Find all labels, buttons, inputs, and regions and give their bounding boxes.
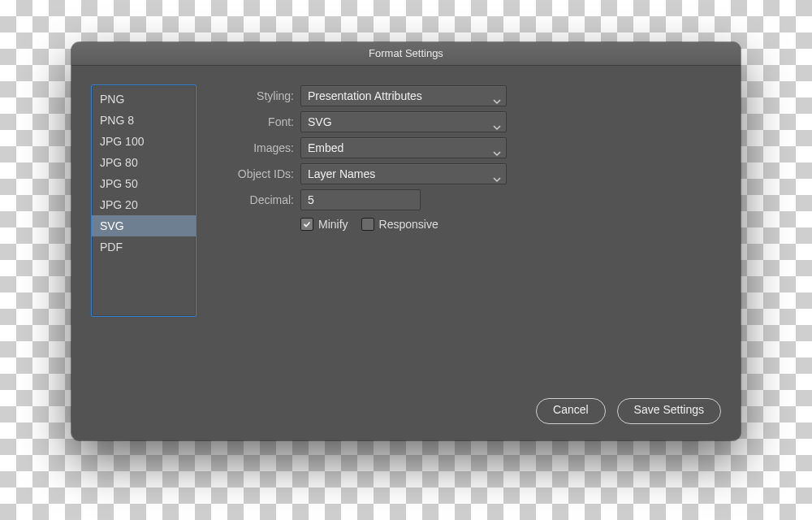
checkbox-responsive[interactable]: Responsive <box>361 218 438 231</box>
row-font: Font: SVG <box>216 109 721 135</box>
select-font[interactable]: SVG <box>300 111 507 132</box>
format-item-png-8[interactable]: PNG 8 <box>92 110 196 131</box>
chevron-down-icon <box>493 144 501 152</box>
check-icon <box>303 220 311 228</box>
label-font: Font: <box>216 115 300 128</box>
select-font-value: SVG <box>308 115 332 128</box>
format-item-png[interactable]: PNG <box>92 89 196 110</box>
row-decimal: Decimal: 5 <box>216 187 721 213</box>
format-list[interactable]: PNGPNG 8JPG 100JPG 80JPG 50JPG 20SVGPDF <box>91 84 197 317</box>
chevron-down-icon <box>493 170 501 178</box>
checkbox-minify[interactable]: Minify <box>300 218 348 231</box>
checkbox-minify-label: Minify <box>318 218 348 231</box>
select-images-value: Embed <box>308 141 343 154</box>
row-images: Images: Embed <box>216 135 721 161</box>
label-images: Images: <box>216 141 300 154</box>
background-checker: Format Settings PNGPNG 8JPG 100JPG 80JPG… <box>0 0 812 520</box>
format-item-jpg-20[interactable]: JPG 20 <box>92 194 196 215</box>
row-object-ids: Object IDs: Layer Names <box>216 161 721 187</box>
save-settings-button[interactable]: Save Settings <box>617 398 721 424</box>
chevron-down-icon <box>493 92 501 100</box>
select-object-ids[interactable]: Layer Names <box>300 163 507 184</box>
select-object-ids-value: Layer Names <box>308 167 375 180</box>
format-item-jpg-50[interactable]: JPG 50 <box>92 173 196 194</box>
format-item-pdf[interactable]: PDF <box>92 236 196 258</box>
row-styling: Styling: Presentation Attributes <box>216 83 721 109</box>
dialog-footer: Cancel Save Settings <box>536 398 721 424</box>
label-styling: Styling: <box>216 89 300 102</box>
input-decimal[interactable]: 5 <box>300 189 421 210</box>
format-item-jpg-80[interactable]: JPG 80 <box>92 152 196 173</box>
window-title: Format Settings <box>71 42 741 66</box>
chevron-down-icon <box>493 118 501 126</box>
select-styling-value: Presentation Attributes <box>308 89 422 102</box>
window-body: PNGPNG 8JPG 100JPG 80JPG 50JPG 20SVGPDF … <box>71 65 741 440</box>
checkbox-minify-box <box>300 218 313 231</box>
svg-options-form: Styling: Presentation Attributes Font: S… <box>216 83 721 231</box>
row-checkboxes: Minify Responsive <box>300 218 721 231</box>
checkbox-responsive-label: Responsive <box>379 218 438 231</box>
format-item-svg[interactable]: SVG <box>92 215 196 236</box>
cancel-button[interactable]: Cancel <box>536 398 606 424</box>
label-object-ids: Object IDs: <box>216 167 300 180</box>
label-decimal: Decimal: <box>216 193 300 206</box>
format-settings-window: Format Settings PNGPNG 8JPG 100JPG 80JPG… <box>71 42 741 440</box>
select-images[interactable]: Embed <box>300 137 507 158</box>
select-styling[interactable]: Presentation Attributes <box>300 85 507 106</box>
format-item-jpg-100[interactable]: JPG 100 <box>92 131 196 152</box>
checkbox-responsive-box <box>361 218 374 231</box>
